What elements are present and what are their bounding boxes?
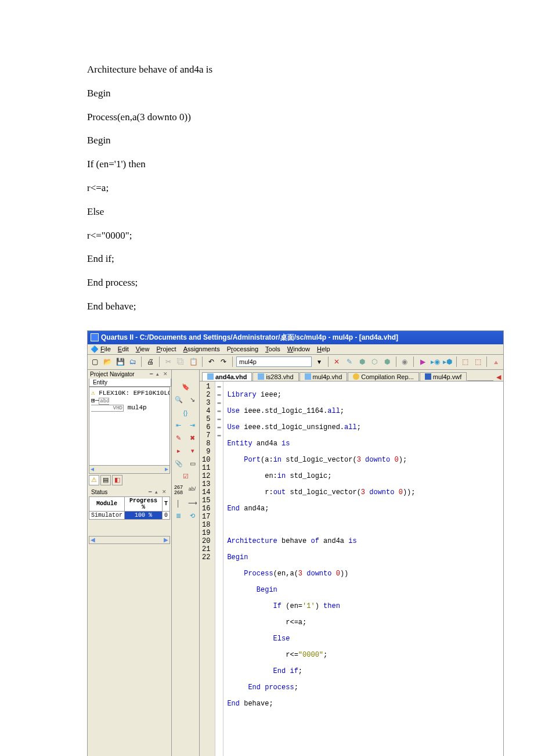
tab-and4a[interactable]: and4a.vhd [202,372,252,381]
tree-project-row[interactable]: ⊞┄abd VHD mul4p [91,397,168,411]
brace-icon[interactable]: {} [181,408,190,417]
timing-icon[interactable]: ⬢ [382,357,392,367]
tabs-scroll-icon[interactable]: ◀ [494,373,503,381]
arrow-icon[interactable]: ⟶ [188,499,197,508]
indent-right-icon[interactable]: ⇥ [188,421,197,430]
files-tab-icon[interactable]: ▤ [100,475,111,485]
assignments-icon[interactable]: ✕ [332,357,342,367]
template-icon[interactable]: ▭ [188,459,197,469]
project-name-input[interactable] [236,357,312,367]
tree-hscroll[interactable]: ◀▶ [89,465,169,473]
undo-icon[interactable]: ↶ [206,357,217,367]
menu-project[interactable]: Project [156,345,176,353]
hierarchy-tab-icon[interactable]: ⚠ [89,475,99,485]
tab-is283[interactable]: is283.vhd [252,372,298,381]
menu-assignments[interactable]: Assignments [183,345,220,353]
code-line: Begin [87,129,447,153]
print-icon[interactable]: 🖨 [145,357,156,367]
find-icon[interactable]: 🔍 [174,395,183,405]
findnext-icon[interactable]: ↘ [188,395,197,405]
code-line: Begin [87,82,447,106]
panel-title: Status [91,489,107,495]
document-code-listing: Architecture behave of and4a is Begin Pr… [87,58,447,319]
menu-tools[interactable]: Tools [265,345,280,353]
attach-icon[interactable]: 📎 [174,459,183,469]
tab-compilation-report[interactable]: Compilation Rep... [348,372,419,381]
expand-icon[interactable]: ⊞ [91,397,95,404]
toolbar-separator [202,357,203,367]
toolbar-separator [232,357,233,367]
design-tab-icon[interactable]: ◧ [112,475,122,485]
cell-t: 0 [162,511,169,519]
compile-icon[interactable]: ▶ [417,357,428,367]
device-icon[interactable]: ✎ [344,357,355,367]
col-progress: Progress % [125,496,163,511]
list-icon[interactable]: ≣ [174,512,183,521]
cell-progress: 100 % [125,511,163,519]
menu-window[interactable]: Window [287,345,310,353]
chip-icon[interactable]: ⬚ [460,357,471,367]
tab-mul4p-vwf[interactable]: mul4p.vwf [420,372,467,381]
pin-icon[interactable]: ⬡ [369,357,380,367]
open-file-icon[interactable]: 📂 [103,357,113,367]
uncomment-icon[interactable]: ✖ [188,434,197,443]
code-editor[interactable]: 12345678910111213141516171819202122 ▬▬▬▬… [200,381,503,756]
fold-icon[interactable]: ▸ [174,447,183,456]
save-all-icon[interactable]: 🗂 [128,357,138,367]
code-line: Process(en,a(3 downto 0)) [87,106,447,129]
check-icon[interactable]: ☑ [181,472,190,481]
scroll-right-icon[interactable]: ▶ [164,537,168,543]
panel-controls[interactable]: ━ ▴ ✕ [149,489,168,495]
redo-icon[interactable]: ↷ [218,357,229,367]
unfold-icon[interactable]: ▾ [188,447,197,456]
new-file-icon[interactable]: ▢ [90,357,100,367]
toolbar-separator [456,357,457,367]
stop-icon[interactable]: ◉ [400,357,410,367]
settings-icon[interactable]: ⬢ [357,357,367,367]
copy-icon[interactable]: ⿻ [176,357,186,367]
cut-icon[interactable]: ✂ [163,357,174,367]
code-line: Else [87,200,447,224]
paste-icon[interactable]: 📋 [188,357,199,367]
panel-controls[interactable]: ━ ▴ ✕ [150,371,169,377]
editor-tabs: and4a.vhd is283.vhd mul4p.vhd Compilatio… [200,370,503,381]
menu-file[interactable]: 🔷 FFileile [91,345,111,353]
toolbar-separator [159,357,160,367]
menu-view[interactable]: View [136,345,150,353]
bookmark-icon[interactable]: 🔖 [181,383,190,392]
breakpoint-icon[interactable]: ⟲ [188,512,197,521]
code-line: Architecture behave of and4a is [87,58,447,82]
panel-title: Project Navigator [90,371,135,377]
project-navigator-header: Project Navigator ━ ▴ ✕ [88,370,171,379]
fold-gutter[interactable]: ▬▬▬▬▬▬▬ [215,381,223,756]
code-line: r<="0000"; [87,224,447,248]
dropdown-icon[interactable]: ▾ [314,357,324,367]
tab-mul4p-vhd[interactable]: mul4p.vhd [300,372,348,381]
scroll-right-icon[interactable]: ▶ [165,466,168,473]
menu-edit[interactable]: Edit [118,345,129,353]
programmer-icon[interactable]: ⬚ [473,357,484,367]
indent-left-icon[interactable]: ⇤ [174,421,183,430]
ab-icon[interactable]: ab/ [187,485,197,494]
scroll-left-icon[interactable]: ◀ [91,537,95,543]
toolbar-separator [396,357,396,367]
toolbar-separator [486,357,487,367]
simulate-icon[interactable]: ▸⬢ [442,357,453,367]
analyze-icon[interactable]: ▸◉ [430,357,441,367]
waveform-icon[interactable]: ⟁ [490,357,501,367]
line-numbers-icon[interactable]: 267268 [174,485,183,495]
table-row[interactable]: Simulator 100 % 0 [89,511,170,519]
status-hscroll[interactable]: ◀▶ [89,536,170,544]
project-tree[interactable]: ⚠ FLEX10K: EPF10K10LC ⊞┄abd VHD mul4p ◀▶ [89,387,170,474]
menu-processing[interactable]: Processing [227,345,258,353]
entity-tab[interactable]: Entity [89,379,171,387]
warning-icon: ⚠ [91,390,95,397]
menu-help[interactable]: Help [317,345,330,353]
code-content[interactable]: Library ieee; Use ieee.std_logic_1164.al… [223,381,418,756]
code-line: r<=a; [87,177,447,200]
code-line: End behave; [87,295,447,319]
save-icon[interactable]: 💾 [115,357,125,367]
comment-icon[interactable]: ✎ [174,434,183,443]
scroll-left-icon[interactable]: ◀ [91,466,94,473]
window-titlebar[interactable]: Quartus II - C:/Documents and Settings/A… [88,331,503,344]
